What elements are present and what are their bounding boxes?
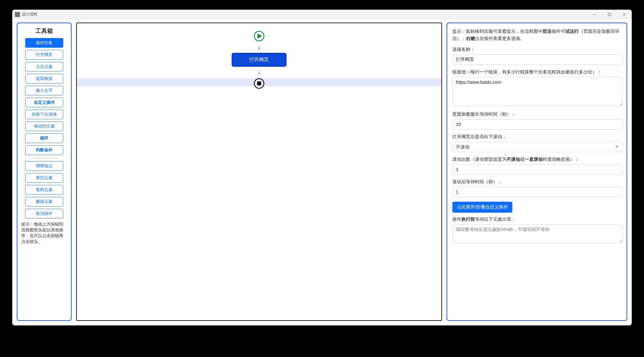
wait-xpath-field[interactable] (452, 224, 623, 243)
properties-panel: 提示：鼠标移到笑脸可查看提示，在流程图中双击操作可试运行（页面完全加载完毕后），… (447, 23, 627, 321)
link-pool-label: 链接池（每行一个链接，有多少行链接整个任务流程就会被执行多少次）： (452, 69, 623, 75)
delete-element-button[interactable]: 删除元素 (25, 197, 63, 207)
copy-element-button[interactable]: 复制元素 (25, 185, 63, 195)
window-controls (587, 10, 632, 19)
maximize-button[interactable] (602, 10, 617, 19)
scroll-after-select[interactable]: 不滚动 (452, 142, 623, 152)
cut-element-button[interactable]: 剪切元素 (25, 173, 63, 183)
maximize-icon (608, 13, 611, 16)
toolbox-hint: 提示：拖动上方按钮到流程图箭头处以添加操作，也可以点击按钮再点击箭头。 (21, 221, 68, 245)
cancel-action-button[interactable]: 取消操作 (25, 209, 63, 218)
condition-button[interactable]: 判断条件 (25, 145, 63, 155)
max-wait-label: 页面加载最长等待时间（秒）： (452, 111, 623, 117)
toolbox-title: 工具箱 (35, 27, 53, 35)
click-element-button[interactable]: 点击元素 (25, 62, 63, 72)
app-window: 设计流程 工具箱 保存任务 打开网页 点击元素 提取数据 输入文字 自定义操作 … (12, 10, 632, 325)
toolbox-separator (31, 158, 57, 158)
extract-data-button[interactable]: 提取数据 (25, 74, 63, 83)
scroll-after-label: 打开网页后是否向下滚动： (452, 134, 623, 140)
option-name-label: 选项名称： (452, 47, 623, 53)
properties-hint: 提示：鼠标移到笑脸可查看提示，在流程图中双击操作可试运行（页面完全加载完毕后），… (452, 28, 623, 42)
link-pool-field[interactable] (452, 77, 623, 106)
flow-stack: ↓ 打开网页 ↓ (232, 30, 287, 89)
minimize-button[interactable] (587, 10, 602, 19)
close-icon (623, 13, 626, 16)
app-icon (15, 12, 20, 17)
input-text-button[interactable]: 输入文字 (25, 86, 63, 95)
svg-rect-1 (608, 13, 611, 16)
open-page-node[interactable]: 打开网页 (232, 53, 287, 67)
svg-rect-7 (257, 82, 261, 85)
start-node[interactable] (253, 30, 265, 42)
move-to-element-button[interactable]: 移动到元素 (25, 121, 63, 131)
option-name-field[interactable] (452, 54, 623, 65)
titlebar[interactable]: 设计流程 (12, 10, 632, 19)
flow-arrow-1[interactable]: ↓ (258, 44, 261, 50)
loop-button[interactable]: 循环 (25, 133, 63, 143)
toolbox-panel: 工具箱 保存任务 打开网页 点击元素 提取数据 输入文字 自定义操作 切换下拉选… (17, 23, 72, 321)
svg-marker-5 (257, 34, 262, 39)
adjust-anchor-button[interactable]: 调整锚点 (25, 161, 63, 171)
main-content: 工具箱 保存任务 打开网页 点击元素 提取数据 输入文字 自定义操作 切换下拉选… (12, 19, 632, 325)
stop-node[interactable] (253, 78, 265, 89)
scroll-count-field[interactable] (452, 164, 623, 175)
flow-arrow-2[interactable]: ↓ (258, 69, 261, 75)
max-wait-field[interactable] (452, 119, 623, 130)
flow-canvas[interactable]: ↓ 打开网页 ↓ (76, 23, 442, 321)
wait-before-label: 操作执行前等待以下元素出现： (452, 217, 623, 222)
wait-after-scroll-label: 滚动后等待时间（秒）： (452, 179, 623, 185)
save-task-button[interactable]: 保存任务 (25, 38, 63, 48)
open-page-button[interactable]: 打开网页 (25, 50, 63, 60)
scroll-count-label: 滚动次数（滚动类型设置为不滚动或一直滚动时请忽略此项）： (452, 157, 623, 162)
window-title: 设计流程 (22, 12, 37, 17)
custom-action-button[interactable]: 自定义操作 (25, 98, 63, 107)
switch-dropdown-button[interactable]: 切换下拉选项 (25, 110, 63, 119)
wait-after-scroll-field[interactable] (452, 187, 623, 197)
close-button[interactable] (617, 10, 632, 19)
toggle-custom-button[interactable]: 点此展开/折叠自定义操作 (452, 202, 512, 213)
minimize-icon (593, 13, 596, 16)
